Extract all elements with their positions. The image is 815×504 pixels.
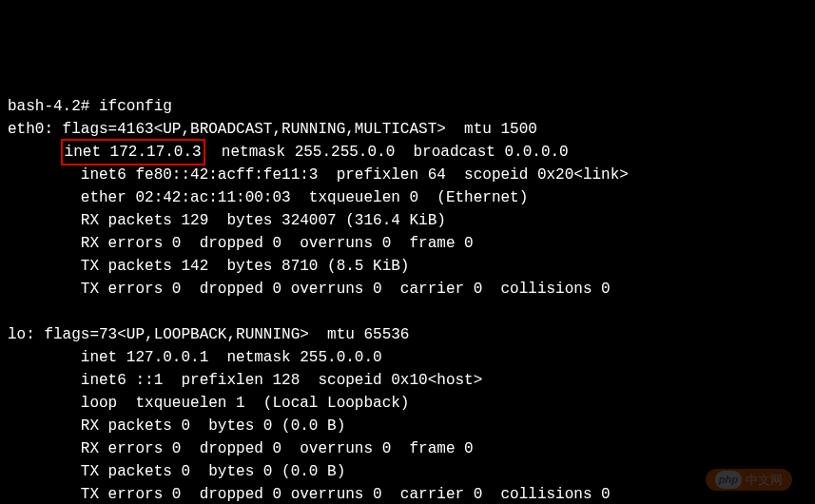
eth0-inet-rest: netmask 255.255.0.0 broadcast 0.0.0.0	[204, 144, 569, 161]
lo-inet: inet 127.0.0.1 netmask 255.0.0.0	[81, 349, 382, 366]
eth0-inet6: inet6 fe80::42:acff:fe11:3 prefixlen 64 …	[81, 166, 629, 184]
eth0-rx-packets: RX packets 129 bytes 324007 (316.4 KiB)	[81, 212, 446, 229]
lo-loop: loop txqueuelen 1 (Local Loopback)	[81, 395, 410, 412]
php-watermark-badge: 中文网	[706, 469, 792, 492]
eth0-tx-errors: TX errors 0 dropped 0 overruns 0 carrier…	[81, 281, 611, 298]
lo-rx-packets: RX packets 0 bytes 0 (0.0 B)	[81, 417, 345, 435]
eth0-ether: ether 02:42:ac:11:00:03 txqueuelen 0 (Et…	[81, 189, 528, 206]
shell-prompt: bash-4.2#	[8, 98, 99, 115]
eth0-tx-packets: TX packets 142 bytes 8710 (8.5 KiB)	[81, 258, 410, 275]
eth0-inet-highlight: inet 172.17.0.3	[61, 139, 205, 165]
command-ifconfig: ifconfig	[99, 98, 172, 115]
eth0-rx-errors: RX errors 0 dropped 0 overruns 0 frame 0	[81, 235, 474, 252]
lo-inet6: inet6 ::1 prefixlen 128 scopeid 0x10<hos…	[81, 372, 482, 389]
lo-tx-packets: TX packets 0 bytes 0 (0.0 B)	[81, 463, 345, 480]
terminal-output[interactable]: bash-4.2# ifconfig eth0: flags=4163<UP,B…	[8, 95, 807, 504]
lo-tx-errors: TX errors 0 dropped 0 overruns 0 carrier…	[81, 486, 611, 503]
lo-header: lo: flags=73<UP,LOOPBACK,RUNNING> mtu 65…	[8, 326, 409, 343]
eth0-header: eth0: flags=4163<UP,BROADCAST,RUNNING,MU…	[8, 121, 537, 138]
lo-rx-errors: RX errors 0 dropped 0 overruns 0 frame 0	[81, 440, 474, 457]
